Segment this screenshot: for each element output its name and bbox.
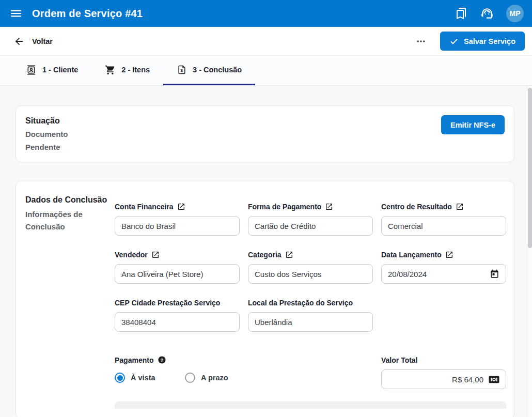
centro-resultado-value: Comercial [388, 222, 423, 230]
data-lancamento-field[interactable]: 20/08/2024 [381, 264, 506, 284]
col-status: STATUS [431, 408, 503, 409]
arrow-left-icon [13, 36, 25, 47]
save-service-button[interactable]: Salvar Serviço [440, 32, 525, 51]
hamburger-menu-icon[interactable] [9, 7, 23, 20]
wizard-tabs: 1 - Cliente 2 - Itens $ 3 - Conclusão [0, 56, 532, 86]
local-prestacao-value: Uberlândia [255, 318, 292, 327]
forma-pagamento-group: Forma de Pagamento Cartão de Crédito [248, 202, 373, 236]
situacao-pendente: Pendente [25, 141, 68, 153]
tab-conclusao[interactable]: $ 3 - Conclusão [163, 56, 255, 85]
valor-total-group: Valor Total R$ 64,00 [381, 356, 506, 389]
forma-pagamento-label: Forma de Pagamento [248, 203, 321, 211]
help-icon[interactable]: ? [158, 356, 166, 364]
pagamento-section: Pagamento ? À vista A prazo [115, 356, 373, 389]
conta-financeira-group: Conta Financeira Banco do Brasil [115, 202, 240, 236]
radio-a-vista[interactable]: À vista [115, 373, 179, 383]
back-button[interactable]: Voltar [13, 36, 53, 47]
svg-text:?: ? [161, 357, 164, 363]
radio-a-prazo-control[interactable] [185, 373, 195, 383]
money-icon [489, 376, 499, 383]
forma-pagamento-field[interactable]: Cartão de Crédito [248, 216, 373, 236]
scrollbar-thumb[interactable] [528, 88, 532, 248]
main-content: Situação Documento Pendente Emitir NFS-e… [0, 86, 532, 417]
app-header: Ordem de Serviço #41 MP [0, 0, 532, 27]
scrollbar-track[interactable] [527, 86, 532, 417]
cep-cidade-group: CEP Cidade Prestação Serviço 38408404 [115, 298, 240, 332]
col-valor: VALOR [274, 408, 346, 409]
tab-itens[interactable]: 2 - Itens [91, 56, 163, 85]
radio-a-prazo[interactable]: A prazo [185, 373, 249, 383]
open-in-new-icon[interactable] [325, 203, 333, 211]
centro-resultado-label: Centro de Resultado [381, 203, 452, 211]
open-in-new-icon[interactable] [445, 251, 453, 259]
data-lancamento-value: 20/08/2024 [388, 270, 427, 279]
cep-cidade-value: 38408404 [121, 318, 156, 327]
page-title: Ordem de Serviço #41 [32, 8, 143, 20]
col-vencimento: VENCIMENTO [118, 408, 190, 409]
conta-financeira-value: Banco do Brasil [121, 222, 176, 230]
empty-cell [381, 298, 506, 332]
user-avatar[interactable]: MP [506, 5, 524, 22]
cart-icon [105, 65, 116, 75]
bookmarks-icon[interactable] [455, 7, 468, 20]
calendar-icon[interactable] [490, 269, 499, 279]
data-lancamento-group: Data Lançamento 20/08/2024 [381, 250, 506, 284]
local-prestacao-label: Local da Prestação do Serviço [248, 299, 353, 307]
situacao-title: Situação [25, 114, 68, 128]
conclusao-subtitle: Informações de Conclusão [25, 208, 115, 233]
categoria-label: Categoria [248, 251, 281, 259]
back-label: Voltar [32, 37, 53, 45]
conclusao-form: Conta Financeira Banco do Brasil Forma d… [115, 193, 506, 409]
svg-text:$: $ [181, 68, 183, 73]
local-prestacao-field[interactable]: Uberlândia [248, 312, 373, 332]
more-options-button[interactable] [413, 34, 429, 49]
open-in-new-icon[interactable] [151, 251, 160, 259]
conclusao-side: Dados de Conclusão Informações de Conclu… [25, 193, 115, 409]
tab-itens-label: 2 - Itens [121, 66, 150, 74]
centro-resultado-field[interactable]: Comercial [381, 216, 506, 236]
vendedor-label: Vendedor [115, 251, 148, 259]
categoria-value: Custo dos Serviços [255, 270, 321, 279]
forma-pagamento-value: Cartão de Crédito [255, 222, 316, 230]
support-agent-icon[interactable] [480, 7, 494, 20]
situacao-text: Situação Documento Pendente [25, 114, 68, 153]
save-service-label: Salvar Serviço [464, 37, 515, 45]
emitir-nfse-button[interactable]: Emitir NFS-e [441, 115, 505, 134]
situacao-documento: Documento [25, 128, 68, 141]
categoria-group: Categoria Custo dos Serviços [248, 250, 373, 284]
radio-a-vista-label: À vista [131, 374, 155, 382]
tab-conclusao-label: 3 - Conclusão [193, 66, 242, 74]
contact-card-icon [26, 65, 37, 75]
radio-a-prazo-label: A prazo [201, 374, 228, 382]
vendedor-value: Ana Oliveira (Pet Store) [121, 270, 203, 279]
cep-cidade-field[interactable]: 38408404 [115, 312, 240, 332]
open-in-new-icon[interactable] [456, 203, 464, 211]
receipt-dollar-icon: $ [177, 65, 187, 75]
cep-cidade-label: CEP Cidade Prestação Serviço [115, 299, 220, 307]
valor-total-field[interactable]: R$ 64,00 [381, 369, 506, 389]
pagamento-label: Pagamento [115, 356, 153, 364]
tab-cliente[interactable]: 1 - Cliente [12, 56, 91, 85]
conclusao-title: Dados de Conclusão [25, 193, 115, 207]
conta-financeira-field[interactable]: Banco do Brasil [115, 216, 240, 236]
situacao-card: Situação Documento Pendente Emitir NFS-e [15, 105, 514, 162]
conclusao-card: Dados de Conclusão Informações de Conclu… [15, 181, 514, 417]
conta-financeira-label: Conta Financeira [115, 203, 174, 211]
vendedor-group: Vendedor Ana Oliveira (Pet Store) [115, 250, 240, 284]
parcelas-table: VENCIMENTO PARCELA VALOR FORMA DE PGTO S… [115, 401, 506, 409]
radio-a-vista-control[interactable] [115, 373, 125, 383]
open-in-new-icon[interactable] [177, 203, 185, 211]
data-lancamento-label: Data Lançamento [381, 251, 442, 259]
centro-resultado-group: Centro de Resultado Comercial [381, 202, 506, 236]
emitir-nfse-label: Emitir NFS-e [450, 121, 495, 129]
categoria-field[interactable]: Custo dos Serviços [248, 264, 373, 284]
col-forma-pgto: FORMA DE PGTO [353, 408, 425, 409]
check-icon [449, 37, 459, 46]
local-prestacao-group: Local da Prestação do Serviço Uberlândia [248, 298, 373, 332]
open-in-new-icon[interactable] [285, 251, 293, 259]
tab-cliente-label: 1 - Cliente [42, 66, 78, 74]
col-parcela: PARCELA [196, 408, 268, 409]
parcelas-table-header: VENCIMENTO PARCELA VALOR FORMA DE PGTO S… [115, 402, 506, 409]
vendedor-field[interactable]: Ana Oliveira (Pet Store) [115, 264, 240, 284]
action-toolbar: Voltar Salvar Serviço [0, 27, 532, 56]
